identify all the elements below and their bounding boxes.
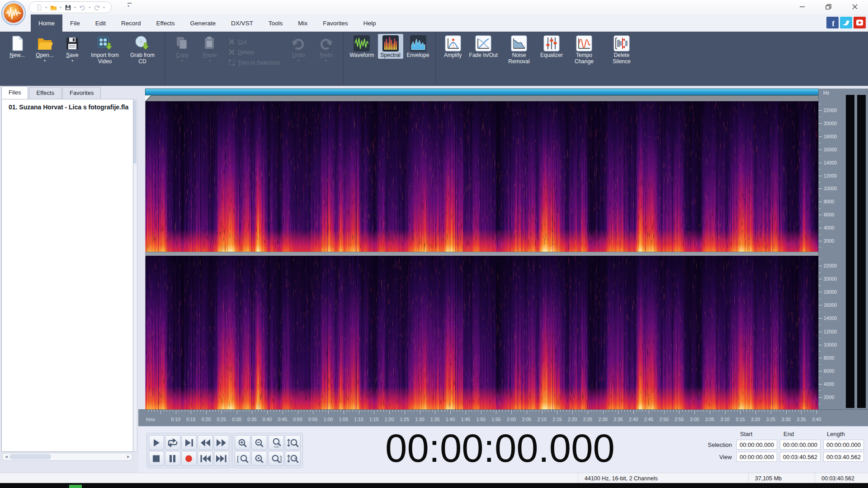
app-logo-icon[interactable]	[1, 0, 26, 26]
ruler-label: 1:30	[415, 417, 424, 422]
ribbon-tab-file[interactable]: File	[62, 14, 88, 32]
ribbon-button-noise-removal[interactable]: Noise Removal	[501, 34, 537, 65]
dropdown-arrow-icon[interactable]: ▾	[325, 59, 327, 63]
sidebar-tab-effects[interactable]: Effects	[29, 87, 61, 99]
dropdown-arrow-icon[interactable]: ▾	[209, 59, 211, 63]
scroll-left-icon[interactable]: ◀	[3, 453, 9, 460]
dropdown-arrow-icon[interactable]: ▾	[103, 5, 105, 9]
ruler-tick	[581, 410, 582, 412]
ribbon-tab-edit[interactable]: Edit	[88, 14, 113, 32]
play-to-end-button[interactable]	[181, 435, 197, 450]
qat-open-folder-icon[interactable]	[49, 3, 57, 11]
ribbon-button-tempo-change[interactable]: Tempo Change	[566, 34, 602, 65]
zoom-selection-start-button[interactable]: [	[235, 451, 250, 466]
ribbon-tab-effects[interactable]: Effects	[149, 14, 183, 32]
close-button[interactable]	[842, 0, 868, 14]
ribbon-tab-dx-vst[interactable]: DX/VST	[223, 14, 261, 32]
ribbon-button-grab-from-cd[interactable]: Grab from CD	[125, 34, 160, 65]
fast-forward-button[interactable]	[214, 435, 229, 450]
zoom-selection-end-button[interactable]: ]	[268, 451, 284, 466]
zoom-in-button[interactable]	[235, 435, 250, 450]
playback-cursor-flag[interactable]	[145, 95, 151, 101]
play-button[interactable]	[149, 435, 164, 450]
scrollbar-thumb[interactable]	[9, 454, 51, 460]
ribbon-button-new[interactable]: New...	[5, 34, 30, 59]
ribbon-button-waveform[interactable]: Waveform	[348, 34, 375, 59]
freq-tick	[819, 371, 822, 371]
ribbon-button-import-from-video[interactable]: Import from Video	[87, 34, 123, 65]
go-to-start-button[interactable]	[198, 451, 213, 466]
selection-end-field[interactable]: 00:00:00.000	[780, 440, 821, 450]
zoom-vertical-out-button[interactable]	[285, 451, 301, 466]
dropdown-arrow-icon[interactable]: ▾	[74, 5, 76, 9]
ribbon-tab-home[interactable]: Home	[31, 14, 62, 32]
frequency-axis: Hz 2200020000180001600014000120001000080…	[818, 89, 843, 409]
overview-seek-bar[interactable]	[145, 89, 819, 95]
ribbon-tab-mix[interactable]: Mix	[290, 14, 315, 32]
dropdown-arrow-icon[interactable]: ▾	[44, 59, 46, 63]
ruler-tick	[545, 410, 545, 412]
view-length-field[interactable]: 00:03:40.562	[823, 452, 864, 462]
scroll-right-icon[interactable]: ▶	[125, 453, 132, 460]
rewind-button[interactable]	[198, 435, 213, 450]
record-button[interactable]	[181, 451, 197, 466]
pause-button[interactable]	[165, 451, 180, 466]
ribbon-tab-favorites[interactable]: Favorites	[315, 14, 356, 32]
zoom-vertical-in-button[interactable]	[285, 435, 301, 450]
spectrogram-right-channel[interactable]	[145, 256, 818, 409]
dropdown-arrow-icon[interactable]: ▾	[60, 5, 61, 9]
dropdown-arrow-icon[interactable]: ▾	[181, 59, 183, 63]
minimize-button[interactable]	[789, 0, 816, 14]
ribbon-button-save[interactable]: Save▾	[60, 34, 85, 63]
ribbon-button-open[interactable]: Open...▾	[32, 34, 57, 63]
cursor-marker-band[interactable]	[145, 95, 818, 102]
ribbon-tab-record[interactable]: Record	[113, 14, 149, 32]
view-start-field[interactable]: 00:00:00.000	[736, 452, 777, 462]
ribbon-tab-tools[interactable]: Tools	[261, 14, 291, 32]
playback-cursor-line	[145, 101, 146, 252]
zoom-out-button[interactable]	[251, 435, 267, 450]
ribbon-button-spectral[interactable]: Spectral	[378, 34, 403, 59]
dropdown-arrow-icon[interactable]: ▾	[89, 5, 90, 9]
ribbon-button-envelope[interactable]: Envelope	[406, 34, 431, 59]
ribbon-button-amplify[interactable]: Amplify	[440, 34, 466, 59]
ribbon-tab-help[interactable]: Help	[356, 14, 384, 32]
dropdown-arrow-icon[interactable]: ▾	[71, 59, 73, 63]
stop-button[interactable]	[149, 451, 164, 466]
view-end-field[interactable]: 00:03:40.562	[780, 452, 821, 462]
zoom-selection-button[interactable]	[251, 451, 267, 466]
freq-tick	[819, 292, 822, 292]
selection-length-field[interactable]: 00:00:00.000	[823, 440, 864, 450]
ruler-tick	[764, 410, 765, 412]
ruler-label: 2:50	[659, 417, 668, 422]
ruler-tick	[786, 410, 787, 414]
loop-button[interactable]	[165, 435, 180, 450]
freq-tick-label: 16000	[824, 147, 837, 152]
youtube-icon[interactable]	[854, 17, 866, 28]
ruler-tick	[579, 410, 579, 412]
restore-button[interactable]	[816, 0, 842, 14]
time-ruler[interactable]: hms 0:100:150:200:250:300:350:400:450:50…	[138, 409, 868, 427]
dropdown-arrow-icon[interactable]: ▾	[297, 59, 299, 63]
sidebar-horizontal-scrollbar[interactable]: ◀ ▶	[2, 453, 133, 461]
go-to-end-button[interactable]	[214, 451, 229, 466]
ribbon: New...Open...▾Save▾Import from VideoGrab…	[0, 32, 868, 86]
freq-minor-tick	[819, 195, 821, 196]
customize-toolbar-icon[interactable]: ▾	[127, 3, 132, 8]
copy-icon	[174, 35, 190, 52]
facebook-icon[interactable]: f	[826, 17, 839, 28]
spectrogram-left-channel[interactable]	[145, 101, 818, 252]
ribbon-button-fade-in-out[interactable]: Fade In/Out	[468, 34, 499, 59]
sidebar-tab-files[interactable]: Files	[1, 86, 28, 99]
qat-save-floppy-icon[interactable]	[64, 3, 72, 11]
file-list-item[interactable]: 01. Suzana Horvat - Lica s fotografije.f…	[2, 99, 133, 113]
twitter-icon[interactable]	[840, 17, 852, 28]
ribbon-tab-generate[interactable]: Generate	[183, 14, 223, 32]
ribbon-button-equalizer[interactable]: Equalizer	[539, 34, 564, 59]
selection-start-field[interactable]: 00:00:00.000	[736, 440, 777, 450]
zoom-100-button[interactable]: 100	[268, 435, 284, 450]
ribbon-button-delete-silence[interactable]: Delete Silence	[604, 34, 639, 65]
sidebar-tab-favorites[interactable]: Favorites	[62, 87, 101, 99]
scrollbar-thumb[interactable]	[133, 100, 137, 164]
ruler-tick	[359, 410, 359, 414]
